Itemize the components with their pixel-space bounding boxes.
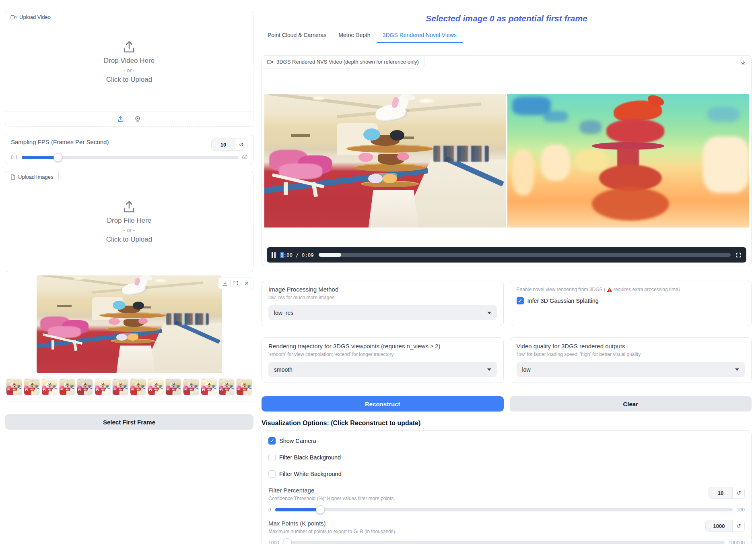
nvs-video-chip-label: 3DGS Rendered NVS Video (depth shown for…	[276, 59, 419, 65]
gallery-download-button[interactable]	[220, 278, 230, 288]
gallery-thumbnail-12[interactable]	[218, 379, 235, 395]
infer-3dgs-label: Infer 3D Gaussian Splatting	[527, 298, 599, 304]
filter-white-background-checkbox[interactable]	[268, 470, 276, 478]
gallery-thumbnail-9[interactable]	[165, 379, 181, 395]
dropdown-value: low_res	[274, 310, 293, 316]
rgb-render-frame	[264, 94, 506, 228]
show-camera-checkbox[interactable]	[268, 437, 276, 445]
image-processing-method-label: Image Processing Method	[268, 286, 497, 293]
sampling-fps-label: Sampling FPS (Frames Per Second)	[11, 139, 109, 145]
filter-percentage-input[interactable]: 10	[709, 487, 732, 498]
infer-3dgs-checkbox-row[interactable]: Infer 3D Gaussian Splatting	[517, 297, 745, 304]
gallery-preview-image[interactable]	[37, 275, 222, 373]
gallery-close-button[interactable]: ×	[241, 278, 252, 288]
right-column: Selected image 0 as potential first fram…	[262, 0, 752, 544]
video-download-button[interactable]	[740, 60, 746, 66]
or-text: - or -	[124, 227, 134, 233]
video-progress-bar[interactable]	[319, 253, 731, 257]
gallery-thumbnail-strip[interactable]	[6, 379, 253, 395]
dropdown-value: low	[522, 366, 531, 373]
rendering-trajectory-dropdown[interactable]: smooth	[268, 362, 497, 377]
gallery-toolbar: ×	[218, 277, 253, 289]
sampling-fps-input[interactable]: 10	[212, 139, 235, 150]
show-camera-checkbox-row[interactable]: Show Camera	[268, 437, 745, 445]
max-points-caption: Maximum number of points to export to GL…	[268, 529, 395, 534]
max-points-label: Max Points (K points)	[268, 520, 395, 527]
nvs-video-player: 3DGS Rendered NVS Video (depth shown for…	[262, 55, 752, 265]
gallery-thumbnail-1[interactable]	[24, 379, 40, 395]
filter-percentage-max: 100	[737, 507, 745, 513]
filter-percentage-slider[interactable]	[275, 508, 733, 511]
clear-button[interactable]: Clear	[510, 396, 752, 412]
gallery-thumbnail-5[interactable]	[95, 379, 111, 395]
pause-button[interactable]	[272, 247, 276, 263]
sampling-fps-slider[interactable]	[22, 156, 238, 159]
gallery-fullscreen-button[interactable]	[231, 278, 241, 288]
select-first-frame-button[interactable]: Select First Frame	[5, 414, 253, 430]
fullscreen-icon	[735, 252, 742, 258]
gallery-thumbnail-13[interactable]	[236, 379, 252, 395]
video-frame-area[interactable]	[264, 94, 749, 228]
gallery-thumbnail-4[interactable]	[77, 379, 93, 395]
visualization-options-panel: Show Camera Filter Black Background Filt…	[262, 430, 752, 544]
upload-images-chip: Upload Images	[5, 171, 59, 183]
upload-video-dropzone[interactable]: Upload Video Drop Video Here - or - Clic…	[5, 11, 253, 127]
upload-video-source-bar	[5, 112, 253, 126]
chevron-down-icon	[487, 312, 491, 314]
left-column: Upload Video Drop Video Here - or - Clic…	[5, 11, 253, 430]
chevron-down-icon	[735, 368, 739, 371]
click-to-upload-text: Click to Upload	[106, 76, 152, 84]
gallery-thumbnail-0[interactable]	[6, 379, 22, 395]
upload-video-chip-label: Upload Video	[19, 14, 51, 20]
max-points-min: 1000	[268, 540, 279, 544]
tab-bar: Point Cloud & Cameras Metric Depth 3DGS …	[262, 29, 752, 43]
depth-map-view	[507, 94, 749, 228]
tab-metric-depth[interactable]: Metric Depth	[332, 29, 376, 43]
rendered-store-view	[264, 94, 506, 228]
video-quality-caption: 'low' for faster loading speed; 'high' f…	[517, 352, 745, 357]
sampling-fps-reset-button[interactable]: ↺	[235, 139, 247, 150]
gallery-thumbnail-3[interactable]	[59, 379, 75, 395]
rendering-trajectory-group: Rendering trajectory for 3DGS viewpoints…	[262, 337, 504, 383]
filter-percentage-label: Filter Percentage	[268, 487, 395, 494]
max-points-input[interactable]: 1000	[706, 520, 732, 532]
reconstruct-button[interactable]: Reconstruct	[262, 396, 504, 412]
or-text: - or -	[124, 67, 134, 73]
gallery-thumbnail-10[interactable]	[183, 379, 199, 395]
video-quality-group: Video quality for 3DGS rendered outputs …	[510, 337, 752, 383]
sampling-fps-number-group: 10 ↺	[211, 139, 247, 151]
gallery-thumbnail-8[interactable]	[148, 379, 164, 395]
webcam-source-button[interactable]	[134, 116, 141, 123]
upload-images-drop-area[interactable]: Drop File Here - or - Click to Upload	[5, 171, 253, 272]
tab-3dgs-rendered-novel-views[interactable]: 3DGS Rendered Novel Views	[377, 29, 463, 43]
image-processing-method-group: Image Processing Method low_res for much…	[262, 281, 504, 326]
filter-percentage-handle[interactable]	[316, 505, 325, 514]
tab-point-cloud-cameras[interactable]: Point Cloud & Cameras	[262, 29, 332, 43]
fullscreen-button[interactable]	[735, 252, 742, 258]
infer-3dgs-checkbox[interactable]	[517, 297, 524, 304]
upload-source-icon	[117, 116, 124, 123]
filter-black-background-checkbox[interactable]	[268, 454, 276, 461]
gaussian-splatting-group: Enable novel view rendering from 3DGS ( …	[510, 281, 752, 326]
filter-black-background-checkbox-row[interactable]: Filter Black Background	[268, 454, 745, 461]
gallery-thumbnail-11[interactable]	[201, 379, 217, 395]
upload-file-source-button[interactable]	[117, 116, 124, 123]
download-icon	[222, 280, 228, 286]
image-processing-method-dropdown[interactable]: low_res	[268, 305, 497, 320]
sampling-fps-panel: Sampling FPS (Frames Per Second) 10 ↺ 0.…	[5, 134, 253, 164]
max-points-handle[interactable]	[283, 538, 292, 544]
fps-slider-handle[interactable]	[54, 153, 62, 162]
filter-percentage-reset-button[interactable]: ↺	[732, 487, 744, 498]
max-points-slider[interactable]	[283, 541, 725, 544]
drop-video-here-text: Drop Video Here	[104, 57, 154, 65]
upload-images-dropzone[interactable]: Upload Images Drop File Here - or - Clic…	[5, 171, 253, 272]
filter-black-background-label: Filter Black Background	[279, 454, 341, 461]
filter-white-background-checkbox-row[interactable]: Filter White Background	[268, 470, 745, 478]
video-quality-dropdown[interactable]: low	[517, 362, 745, 377]
gallery-thumbnail-6[interactable]	[112, 379, 128, 395]
gallery-thumbnail-7[interactable]	[130, 379, 146, 395]
max-points-reset-button[interactable]: ↺	[732, 520, 744, 532]
gallery-thumbnail-2[interactable]	[41, 379, 58, 395]
upload-video-drop-area[interactable]: Drop Video Here - or - Click to Upload	[5, 11, 253, 112]
visualization-options-heading: Visualization Options: (Click Reconstruc…	[262, 420, 752, 427]
